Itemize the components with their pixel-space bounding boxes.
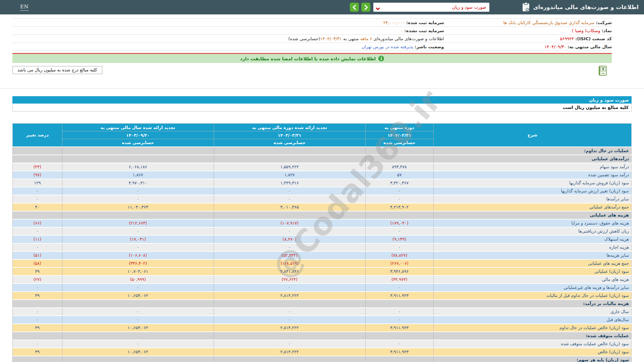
row-value: (۵۰,۹۹۹) [62, 276, 214, 284]
row-label: سال‌های قبل [433, 316, 631, 324]
row-empty-cell [62, 155, 214, 163]
row-value: ۶,۰۶۸,۱۸۶ [62, 163, 214, 171]
company-info-table: شرکت: سرمایه گذاري صندوق بازنشستگي کارکن… [12, 18, 612, 51]
row-value: (۱۶۸,۵۱۹) [214, 259, 365, 267]
row-value: (۲۶۷,۰۰۶) [365, 259, 433, 267]
table-row: هزینه های عملیاتی [13, 211, 632, 219]
publisher-status-cell: وضعیت ناشر: پذیرفته شده در بورس تهران [12, 43, 444, 51]
excel-export-icon[interactable]: X xls [598, 65, 607, 77]
company-cell: شرکت: سرمایه گذاري صندوق بازنشستگي کارکن… [444, 19, 612, 27]
report-type-select[interactable]: صورت سود و زیان [373, 3, 489, 12]
row-value: (۲۷,۶۲۴) [214, 276, 365, 284]
table-row: کد صنعت (ISIC): ۵۶۹۹۲۴ اطلاعات و صورت‌ها… [12, 35, 612, 43]
row-value: (۱۰۶,۶۰۸) [62, 251, 214, 259]
row-percent: ۰ [13, 227, 62, 235]
row-empty-cell [365, 300, 433, 308]
row-value: ۸۹۳,۴۷۸ [365, 163, 433, 171]
notice-text: اطلاعات نمایش داده شده با اطلاعات امضا ش… [240, 56, 376, 61]
capital-registered-cell: سرمایه ثبت شده: ۲۴,۰۰۰,۰۰۰ [12, 19, 444, 27]
units-row: X xls کلیه مبالغ درج شده به میلیون ریال … [12, 65, 612, 79]
fiscal-year-value: ۱۴۰۴/۰۹/۳۰ [544, 44, 566, 49]
period-date: ۱۴۰۴/۰۳/۳۱ [320, 36, 342, 41]
row-value: ۳,۳۲۰,۳۶۷ [365, 179, 433, 187]
row-value: ۱,۴۴۹,۳۱۶ [214, 179, 365, 187]
table-row: سود (زیان) عملیاتی۳,۹۴۶,۸۹۶۲,۸۴۱,۸۴۶۱۰,۷… [13, 267, 632, 276]
row-label: جمع هزینه های عملیاتی [433, 259, 631, 267]
row-value: ۰ [62, 316, 214, 324]
table-row: هزینه های مالی(۳۴,۹۷۳)(۲۷,۶۲۴)(۵۰,۹۹۹)(۲… [13, 276, 632, 284]
row-value: (۹,۱۳۹) [365, 235, 433, 243]
row-value: ۱۰,۷۰۴,۰۶۱ [62, 267, 214, 276]
row-percent: (۱۱) [13, 235, 62, 243]
col-header-percent-change: درصد تغییر [13, 124, 62, 147]
previous-report-button[interactable] [350, 3, 359, 12]
row-empty-cell [62, 332, 214, 340]
row-label: سود (زیان) عملیاتی [433, 267, 631, 276]
page-title: اطلاعات و صورت‌های مالی میاندوره‌ای [533, 4, 639, 10]
svg-text:X: X [602, 67, 604, 71]
row-percent: (۶۶) [13, 219, 62, 227]
row-value: ۰ [214, 195, 365, 203]
row-value: ۴,۲۱۳,۹۰۲ [365, 203, 433, 211]
row-empty-cell [365, 211, 433, 219]
info-icon: i [378, 56, 384, 61]
row-label: هزینه های مالی [433, 276, 631, 284]
row-label: درآمدهای عملیاتی [433, 155, 631, 163]
col-header-restated-period: تجدید ارائه شده دوره مالی منتهی به [214, 124, 365, 131]
language-switch-en[interactable]: EN [20, 4, 29, 11]
row-value: ۰ [214, 316, 365, 324]
row-percent: ۰ [13, 308, 62, 316]
row-value: ۰ [214, 227, 365, 235]
row-empty-cell [214, 211, 365, 219]
row-value: ۲,۸۱۴,۲۲۲ [214, 348, 365, 356]
table-row: سود (زیان) پایه هر سهم: [13, 356, 632, 362]
row-empty-cell [13, 356, 62, 362]
row-label: سایر هزینه‌ها [433, 251, 631, 259]
row-value: ۰ [365, 227, 433, 235]
row-percent: ۴۰ [13, 203, 62, 211]
row-label: سود (زیان) تغییر ارزش سرمایه گذاریها [433, 187, 631, 195]
table-row: هزینه اجاره۰۰۰۰ [13, 243, 632, 251]
fiscal-year-label: سال مالی منتهی به: [568, 44, 612, 49]
units-note-box: کلیه مبالغ درج شده به میلیون ریال می باش… [12, 66, 102, 74]
row-empty-cell [62, 300, 214, 308]
row-empty-cell [214, 155, 365, 163]
row-value: ۰ [214, 340, 365, 348]
row-value: ۱۰,۶۵۳,۰۶۲ [62, 348, 214, 356]
row-value: ۲,۸۱۴,۲۲۲ [214, 292, 365, 300]
row-value: ۰ [365, 316, 433, 324]
row-value: (۱۰۷,۹۱۷) [214, 219, 365, 227]
row-value: (۸,۲۷۰) [214, 235, 365, 243]
publisher-status-value: پذیرفته شده در بورس تهران [362, 44, 413, 49]
row-empty-cell [62, 211, 214, 219]
row-value: ۱,۵۵۹,۲۲۲ [214, 163, 365, 171]
row-value: ۰ [365, 284, 433, 292]
symbol-value: وسکاب( وصبا ) [572, 28, 600, 33]
capital-registered-label: سرمایه ثبت شده: [406, 20, 444, 25]
row-label: جمع درآمدهای عملیاتی [433, 203, 631, 211]
row-empty-cell [365, 332, 433, 340]
table-row: سایر درآمدها و هزینه های غیرعملیاتی۰۰۰۰ [13, 284, 632, 292]
row-value: ۲,۸۴۱,۸۴۶ [214, 267, 365, 276]
table-row: جمع هزینه های عملیاتی(۲۶۷,۰۰۶)(۱۶۸,۵۱۹)(… [13, 259, 632, 267]
row-label: زیان کاهش ارزش دریافتنی‌ها [433, 227, 631, 235]
row-percent: (۹۷) [13, 171, 62, 179]
col-header-audited: حسابرسی شده [214, 139, 365, 147]
row-value: ۲,۸۱۴,۲۲۲ [214, 324, 365, 332]
period-suffix: (حسابرسی شده) [288, 36, 320, 41]
row-value: (۱۷,۰۳۱) [62, 235, 214, 243]
statement-units-bar: کلیه مبالغ به میلیون ریال است [12, 104, 632, 112]
table-row: درآمدهای عملیاتی [13, 155, 632, 163]
row-label: سود (زیان) خالص عملیات متوقف شده [433, 340, 631, 348]
row-empty-cell [365, 147, 433, 155]
row-value: (۵۲,۳۳۲) [214, 251, 365, 259]
row-empty-cell [13, 211, 62, 219]
period-prefix: اطلاعات و صورت‌های مالی میاندوره‌ای [374, 36, 444, 41]
row-value: ۰ [365, 187, 433, 195]
next-report-button[interactable] [361, 3, 370, 12]
row-percent: ۰ [13, 195, 62, 203]
row-value: ۱۱,۰۴۰,۳۶۳ [62, 203, 214, 211]
symbol-cell: نماد: وسکاب( وصبا ) [444, 27, 612, 35]
row-label: سایر درآمدها [433, 195, 631, 203]
table-row: شرکت: سرمایه گذاري صندوق بازنشستگي کارکن… [12, 19, 612, 27]
